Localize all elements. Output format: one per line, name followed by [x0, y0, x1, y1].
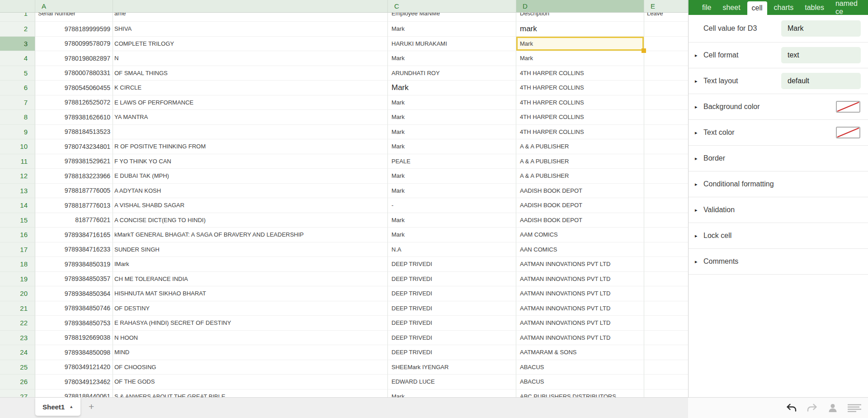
cell-D20[interactable]: AATMAN INNOVATIONS PVT LTD	[516, 286, 644, 301]
cell-B26[interactable]: OF THE GODS	[113, 375, 388, 390]
cell-E6[interactable]	[644, 81, 688, 95]
cell-A20[interactable]: 9789384850364	[35, 286, 113, 301]
cell-C17[interactable]: N.A	[388, 242, 516, 257]
cell-B8[interactable]: YA MANTRA	[113, 110, 388, 125]
row-header-1[interactable]: 1	[0, 13, 35, 22]
expand-arrow-icon[interactable]: ▸	[695, 207, 698, 213]
cell-D18[interactable]: AATMAN INNOVATIONS PVT LTD	[516, 257, 644, 272]
cell-A1[interactable]: Serial Number	[35, 13, 113, 22]
cell-E1[interactable]: Leave	[644, 13, 688, 22]
redo-icon[interactable]	[807, 404, 818, 413]
menu-icon[interactable]	[847, 403, 862, 413]
cell-A6[interactable]: 9780545060455	[35, 81, 113, 95]
cell-C2[interactable]: Mark	[388, 22, 516, 37]
cell-C1[interactable]: Employee MaNMe	[388, 13, 516, 22]
row-header-9[interactable]: 9	[0, 125, 35, 140]
column-header-E[interactable]: E	[644, 0, 688, 13]
cell-B21[interactable]: OF DESTINY	[113, 301, 388, 316]
cell-C24[interactable]: DEEP TRIVEDI	[388, 345, 516, 360]
cell-B6[interactable]: K CIRCLE	[113, 81, 388, 95]
cell-C20[interactable]: DEEP TRIVEDI	[388, 286, 516, 301]
cell-A2[interactable]: 9788189999599	[35, 22, 113, 37]
cell-C18[interactable]: DEEP TRIVEDI	[388, 257, 516, 272]
cell-D27[interactable]: ABC PUBLISHERS DISTRIBUTORS	[516, 390, 644, 398]
row-header-8[interactable]: 8	[0, 110, 35, 125]
cell-B4[interactable]: N	[113, 51, 388, 66]
row-header-13[interactable]: 13	[0, 184, 35, 199]
cell-D9[interactable]: 4TH HARPER COLLINS	[516, 125, 644, 140]
row-header-22[interactable]: 22	[0, 316, 35, 331]
cell-E8[interactable]	[644, 110, 688, 125]
cell-A8[interactable]: 9789381626610	[35, 110, 113, 125]
cell-E5[interactable]	[644, 66, 688, 81]
row-header-11[interactable]: 11	[0, 154, 35, 169]
cell-B23[interactable]: N HOON	[113, 331, 388, 346]
cell-C13[interactable]: Mark	[388, 184, 516, 199]
cell-D14[interactable]: AADISH BOOK DEPOT	[516, 198, 644, 213]
expand-arrow-icon[interactable]: ▸	[695, 181, 698, 187]
cell-A4[interactable]: 9780198082897	[35, 51, 113, 66]
cell-C8[interactable]: Mark	[388, 110, 516, 125]
expand-arrow-icon[interactable]: ▸	[695, 52, 698, 58]
background-color-swatch[interactable]	[836, 101, 860, 113]
panel-row-conditional-formatting[interactable]: ▸Conditional formatting	[689, 171, 868, 197]
cell-format-input[interactable]: text	[781, 47, 861, 63]
cell-B19[interactable]: CH ME TOLERANCE INDIA	[113, 272, 388, 287]
cell-C7[interactable]: Mark	[388, 95, 516, 110]
row-header-16[interactable]: 16	[0, 228, 35, 242]
row-header-18[interactable]: 18	[0, 257, 35, 272]
panel-row-cell-format[interactable]: ▸Cell formattext	[689, 43, 868, 68]
cell-A19[interactable]: 9789384850357	[35, 272, 113, 287]
user-icon[interactable]	[828, 403, 838, 413]
cell-D2[interactable]: mark	[516, 22, 644, 37]
cell-C27[interactable]: Mark	[388, 390, 516, 398]
cell-A9[interactable]: 9788184513523	[35, 125, 113, 140]
cell-C26[interactable]: EDWARD LUCE	[388, 375, 516, 390]
cell-A17[interactable]: 9789384716233	[35, 242, 113, 257]
panel-row-text-color[interactable]: ▸Text color	[689, 120, 868, 146]
undo-icon[interactable]	[785, 404, 797, 413]
cell-E20[interactable]	[644, 286, 688, 301]
panel-row-validation[interactable]: ▸Validation	[689, 197, 868, 223]
tab-named-cells[interactable]: named ce	[831, 0, 866, 15]
cell-E14[interactable]	[644, 198, 688, 213]
cell-C19[interactable]: DEEP TRIVEDI	[388, 272, 516, 287]
row-header-10[interactable]: 10	[0, 139, 35, 154]
cell-A16[interactable]: 9789384716165	[35, 228, 113, 242]
expand-arrow-icon[interactable]: ▸	[695, 78, 698, 84]
cell-D21[interactable]: AATMAN INNOVATIONS PVT LTD	[516, 301, 644, 316]
cell-D8[interactable]: 4TH HARPER COLLINS	[516, 110, 644, 125]
tab-cell[interactable]: cell	[747, 1, 767, 15]
row-header-23[interactable]: 23	[0, 331, 35, 346]
expand-arrow-icon[interactable]: ▸	[695, 156, 698, 162]
cell-D24[interactable]: AATMARAM & SONS	[516, 345, 644, 360]
cell-D6[interactable]: 4TH HARPER COLLINS	[516, 81, 644, 95]
cell-E13[interactable]	[644, 184, 688, 199]
cell-A24[interactable]: 9789384850098	[35, 345, 113, 360]
cell-D22[interactable]: AATMAN INNOVATIONS PVT LTD	[516, 316, 644, 331]
cell-E10[interactable]	[644, 139, 688, 154]
cell-A14[interactable]: 9788187776013	[35, 198, 113, 213]
expand-arrow-icon[interactable]: ▸	[695, 104, 698, 110]
row-header-17[interactable]: 17	[0, 242, 35, 257]
column-header-B[interactable]	[113, 0, 388, 13]
cell-C9[interactable]: Mark	[388, 125, 516, 140]
row-header-24[interactable]: 24	[0, 345, 35, 360]
row-header-14[interactable]: 14	[0, 198, 35, 213]
cell-D12[interactable]: A & A PUBLISHER	[516, 169, 644, 184]
cell-D13[interactable]: AADISH BOOK DEPOT	[516, 184, 644, 199]
cell-E7[interactable]	[644, 95, 688, 110]
cell-B3[interactable]: COMPLETE TRILOGY	[113, 37, 388, 52]
cell-A7[interactable]: 9788126525072	[35, 95, 113, 110]
cell-B25[interactable]: OF CHOOSING	[113, 360, 388, 375]
cell-C23[interactable]: DEEP TRIVEDI	[388, 331, 516, 346]
cell-E15[interactable]	[644, 213, 688, 228]
row-header-15[interactable]: 15	[0, 213, 35, 228]
cell-D5[interactable]: 4TH HARPER COLLINS	[516, 66, 644, 81]
cell-E18[interactable]	[644, 257, 688, 272]
column-header-A[interactable]: A	[35, 0, 113, 13]
cell-E24[interactable]	[644, 345, 688, 360]
cell-D3[interactable]: Mark	[516, 37, 644, 52]
tab-tables[interactable]: tables	[800, 0, 829, 15]
expand-arrow-icon[interactable]: ▸	[695, 130, 698, 136]
